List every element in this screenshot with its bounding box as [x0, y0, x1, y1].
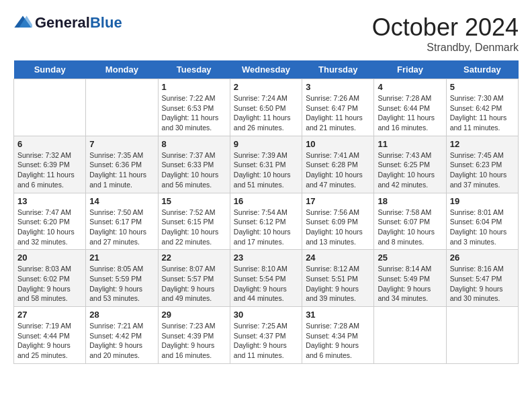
day-number: 10 — [306, 139, 370, 149]
cell-info: Sunrise: 7:47 AM Sunset: 6:20 PM Dayligh… — [17, 208, 82, 247]
day-number: 1 — [162, 82, 226, 92]
cell-info: Sunrise: 7:39 AM Sunset: 6:31 PM Dayligh… — [234, 150, 298, 190]
week-row-4: 20Sunrise: 8:03 AM Sunset: 6:02 PM Dayli… — [14, 250, 519, 307]
day-header-wednesday: Wednesday — [230, 60, 302, 79]
cell-info: Sunrise: 8:10 AM Sunset: 5:54 PM Dayligh… — [234, 264, 298, 304]
calendar-cell: 22Sunrise: 8:07 AM Sunset: 5:57 PM Dayli… — [158, 250, 230, 307]
calendar-cell: 26Sunrise: 8:16 AM Sunset: 5:47 PM Dayli… — [446, 250, 518, 307]
cell-info: Sunrise: 7:41 AM Sunset: 6:28 PM Dayligh… — [306, 150, 370, 190]
cell-info: Sunrise: 7:22 AM Sunset: 6:53 PM Dayligh… — [162, 93, 226, 133]
cell-info: Sunrise: 7:30 AM Sunset: 6:42 PM Dayligh… — [450, 93, 515, 133]
cell-info: Sunrise: 7:28 AM Sunset: 4:34 PM Dayligh… — [306, 321, 370, 361]
cell-info: Sunrise: 7:37 AM Sunset: 6:33 PM Dayligh… — [162, 150, 226, 190]
cell-info: Sunrise: 7:21 AM Sunset: 4:42 PM Dayligh… — [89, 321, 154, 361]
cell-info: Sunrise: 7:52 AM Sunset: 6:15 PM Dayligh… — [162, 208, 226, 247]
cell-info: Sunrise: 8:05 AM Sunset: 5:59 PM Dayligh… — [89, 264, 154, 304]
calendar-cell: 10Sunrise: 7:41 AM Sunset: 6:28 PM Dayli… — [302, 136, 374, 193]
day-number: 15 — [162, 196, 226, 206]
calendar-cell: 24Sunrise: 8:12 AM Sunset: 5:51 PM Dayli… — [302, 250, 374, 307]
cell-info: Sunrise: 8:14 AM Sunset: 5:49 PM Dayligh… — [378, 264, 442, 304]
cell-info: Sunrise: 7:24 AM Sunset: 6:50 PM Dayligh… — [234, 93, 298, 133]
day-header-monday: Monday — [86, 60, 158, 79]
location: Strandby, Denmark — [372, 42, 519, 54]
cell-info: Sunrise: 7:50 AM Sunset: 6:17 PM Dayligh… — [89, 208, 154, 247]
calendar-cell — [86, 79, 158, 136]
day-number: 29 — [162, 310, 226, 320]
day-header-thursday: Thursday — [302, 60, 374, 79]
logo: GeneralBlue — [13, 13, 122, 32]
day-number: 3 — [306, 82, 370, 92]
calendar-cell: 12Sunrise: 7:45 AM Sunset: 6:23 PM Dayli… — [446, 136, 518, 193]
cell-info: Sunrise: 7:45 AM Sunset: 6:23 PM Dayligh… — [450, 150, 515, 190]
calendar-cell: 16Sunrise: 7:54 AM Sunset: 6:12 PM Dayli… — [230, 193, 302, 250]
day-number: 24 — [306, 253, 370, 263]
day-number: 20 — [17, 253, 82, 263]
day-number: 18 — [378, 196, 442, 206]
calendar-cell: 8Sunrise: 7:37 AM Sunset: 6:33 PM Daylig… — [158, 136, 230, 193]
calendar-cell: 21Sunrise: 8:05 AM Sunset: 5:59 PM Dayli… — [86, 250, 158, 307]
calendar-cell — [446, 307, 518, 364]
cell-info: Sunrise: 7:19 AM Sunset: 4:44 PM Dayligh… — [17, 321, 82, 361]
day-number: 31 — [306, 310, 370, 320]
week-row-3: 13Sunrise: 7:47 AM Sunset: 6:20 PM Dayli… — [14, 193, 519, 250]
day-header-tuesday: Tuesday — [158, 60, 230, 79]
day-number: 22 — [162, 253, 226, 263]
day-number: 4 — [378, 82, 442, 92]
cell-info: Sunrise: 7:58 AM Sunset: 6:07 PM Dayligh… — [378, 208, 442, 247]
logo-blue: Blue — [90, 14, 122, 31]
calendar-cell: 2Sunrise: 7:24 AM Sunset: 6:50 PM Daylig… — [230, 79, 302, 136]
day-number: 14 — [89, 196, 154, 206]
calendar-cell: 19Sunrise: 8:01 AM Sunset: 6:04 PM Dayli… — [446, 193, 518, 250]
calendar-cell — [374, 307, 446, 364]
day-header-saturday: Saturday — [446, 60, 518, 79]
day-number: 16 — [234, 196, 298, 206]
calendar-cell: 15Sunrise: 7:52 AM Sunset: 6:15 PM Dayli… — [158, 193, 230, 250]
cell-info: Sunrise: 7:43 AM Sunset: 6:25 PM Dayligh… — [378, 150, 442, 190]
calendar-table: SundayMondayTuesdayWednesdayThursdayFrid… — [13, 60, 519, 364]
calendar-cell: 11Sunrise: 7:43 AM Sunset: 6:25 PM Dayli… — [374, 136, 446, 193]
calendar-cell: 20Sunrise: 8:03 AM Sunset: 6:02 PM Dayli… — [14, 250, 86, 307]
cell-info: Sunrise: 8:01 AM Sunset: 6:04 PM Dayligh… — [450, 208, 515, 247]
calendar-cell: 6Sunrise: 7:32 AM Sunset: 6:39 PM Daylig… — [14, 136, 86, 193]
calendar-cell: 27Sunrise: 7:19 AM Sunset: 4:44 PM Dayli… — [14, 307, 86, 364]
cell-info: Sunrise: 7:32 AM Sunset: 6:39 PM Dayligh… — [17, 150, 82, 190]
calendar-cell: 28Sunrise: 7:21 AM Sunset: 4:42 PM Dayli… — [86, 307, 158, 364]
day-number: 19 — [450, 196, 515, 206]
calendar-cell: 1Sunrise: 7:22 AM Sunset: 6:53 PM Daylig… — [158, 79, 230, 136]
cell-info: Sunrise: 7:35 AM Sunset: 6:36 PM Dayligh… — [89, 150, 154, 190]
calendar-cell: 3Sunrise: 7:26 AM Sunset: 6:47 PM Daylig… — [302, 79, 374, 136]
calendar-cell: 18Sunrise: 7:58 AM Sunset: 6:07 PM Dayli… — [374, 193, 446, 250]
calendar-cell: 7Sunrise: 7:35 AM Sunset: 6:36 PM Daylig… — [86, 136, 158, 193]
day-number: 30 — [234, 310, 298, 320]
day-number: 8 — [162, 139, 226, 149]
day-number: 25 — [378, 253, 442, 263]
day-number: 12 — [450, 139, 515, 149]
logo-icon — [13, 13, 32, 32]
calendar-cell: 31Sunrise: 7:28 AM Sunset: 4:34 PM Dayli… — [302, 307, 374, 364]
calendar-cell: 29Sunrise: 7:23 AM Sunset: 4:39 PM Dayli… — [158, 307, 230, 364]
calendar-cell: 14Sunrise: 7:50 AM Sunset: 6:17 PM Dayli… — [86, 193, 158, 250]
cell-info: Sunrise: 8:12 AM Sunset: 5:51 PM Dayligh… — [306, 264, 370, 304]
day-number: 21 — [89, 253, 154, 263]
calendar-cell: 23Sunrise: 8:10 AM Sunset: 5:54 PM Dayli… — [230, 250, 302, 307]
calendar-cell: 25Sunrise: 8:14 AM Sunset: 5:49 PM Dayli… — [374, 250, 446, 307]
day-number: 2 — [234, 82, 298, 92]
day-header-row: SundayMondayTuesdayWednesdayThursdayFrid… — [14, 60, 519, 79]
cell-info: Sunrise: 7:54 AM Sunset: 6:12 PM Dayligh… — [234, 208, 298, 247]
day-number: 13 — [17, 196, 82, 206]
day-header-friday: Friday — [374, 60, 446, 79]
calendar-cell — [14, 79, 86, 136]
page-header: GeneralBlue October 2024 Strandby, Denma… — [13, 13, 519, 54]
cell-info: Sunrise: 8:16 AM Sunset: 5:47 PM Dayligh… — [450, 264, 515, 304]
week-row-5: 27Sunrise: 7:19 AM Sunset: 4:44 PM Dayli… — [14, 307, 519, 364]
day-number: 5 — [450, 82, 515, 92]
calendar-cell: 5Sunrise: 7:30 AM Sunset: 6:42 PM Daylig… — [446, 79, 518, 136]
calendar-cell: 9Sunrise: 7:39 AM Sunset: 6:31 PM Daylig… — [230, 136, 302, 193]
day-number: 17 — [306, 196, 370, 206]
calendar-cell: 17Sunrise: 7:56 AM Sunset: 6:09 PM Dayli… — [302, 193, 374, 250]
cell-info: Sunrise: 8:03 AM Sunset: 6:02 PM Dayligh… — [17, 264, 82, 304]
day-number: 6 — [17, 139, 82, 149]
week-row-1: 1Sunrise: 7:22 AM Sunset: 6:53 PM Daylig… — [14, 79, 519, 136]
cell-info: Sunrise: 8:07 AM Sunset: 5:57 PM Dayligh… — [162, 264, 226, 304]
day-number: 23 — [234, 253, 298, 263]
